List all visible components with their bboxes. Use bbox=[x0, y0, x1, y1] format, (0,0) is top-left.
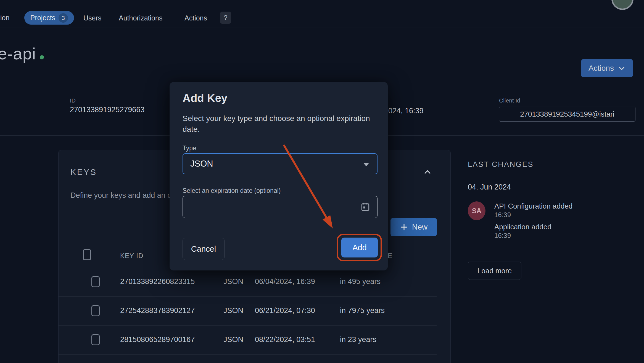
projects-count-badge: 3 bbox=[59, 13, 68, 23]
type-label: Type bbox=[183, 144, 196, 152]
new-key-label: New bbox=[412, 223, 427, 232]
row-checkbox[interactable] bbox=[91, 305, 100, 316]
top-nav: tion Projects 3 Users Authorizations Act… bbox=[0, 0, 644, 28]
keys-panel-title: KEYS bbox=[70, 167, 97, 177]
client-id-value: 270133891925345199@istari bbox=[520, 110, 614, 119]
cancel-button[interactable]: Cancel bbox=[183, 238, 225, 260]
cell-expires: in 7975 years bbox=[340, 306, 385, 315]
calendar-icon[interactable] bbox=[360, 202, 371, 212]
add-label: Add bbox=[352, 243, 367, 252]
row-checkbox[interactable] bbox=[91, 276, 100, 287]
status-dot bbox=[40, 55, 44, 59]
cell-expires: in 495 years bbox=[340, 277, 381, 286]
type-select-value: JSON bbox=[190, 159, 213, 169]
add-button[interactable]: Add bbox=[341, 238, 378, 257]
client-id-label: Client Id bbox=[499, 97, 520, 104]
keys-panel-subtitle: Define your keys and add an o bbox=[70, 191, 171, 200]
id-value: 270133891925279663 bbox=[70, 106, 144, 114]
expiration-column-header-fragment: E bbox=[388, 252, 392, 260]
cell-key-id: 281508065289700167 bbox=[120, 335, 195, 344]
modal-title: Add Key bbox=[183, 92, 227, 104]
created-date-fragment: 024, 16:39 bbox=[388, 107, 424, 115]
new-key-button[interactable]: New bbox=[390, 218, 437, 236]
nav-item-authorizations[interactable]: Authorizations bbox=[119, 14, 162, 22]
cell-created: 08/22/2024, 03:51 bbox=[255, 335, 315, 344]
table-row: 270133892260823315JSON06/04/2024, 16:39i… bbox=[59, 267, 437, 297]
expiration-date-label: Select an expiration date (optional) bbox=[183, 187, 281, 194]
row-checkbox[interactable] bbox=[91, 334, 100, 345]
app-root: tion Projects 3 Users Authorizations Act… bbox=[0, 0, 644, 363]
page-actions-label: Actions bbox=[588, 64, 614, 73]
load-more-button[interactable]: Load more bbox=[468, 262, 521, 280]
help-button[interactable]: ? bbox=[220, 12, 231, 24]
page-title: e-api bbox=[0, 44, 36, 63]
user-avatar[interactable] bbox=[611, 0, 634, 10]
nav-item-fragment[interactable]: tion bbox=[0, 14, 9, 22]
nav-item-projects[interactable]: Projects 3 bbox=[24, 11, 74, 25]
chevron-down-icon bbox=[618, 64, 625, 72]
page-actions-button[interactable]: Actions bbox=[581, 59, 633, 77]
modal-description: Select your key type and choose an optio… bbox=[183, 113, 376, 135]
table-row: 272542883783902127JSON06/21/2024, 07:30i… bbox=[59, 296, 437, 326]
collapse-chevron-up-icon[interactable] bbox=[422, 168, 433, 176]
change-entry-title: Application added bbox=[494, 223, 551, 231]
last-changes-title: LAST CHANGES bbox=[468, 160, 534, 169]
load-more-label: Load more bbox=[477, 267, 512, 275]
table-row: 281508065289700167JSON08/22/2024, 03:51i… bbox=[59, 325, 437, 355]
last-changes-date: 04. Jun 2024 bbox=[468, 183, 511, 191]
avatar: SA bbox=[468, 201, 485, 220]
type-select[interactable]: JSON bbox=[183, 153, 378, 174]
cell-created: 06/04/2024, 16:39 bbox=[255, 277, 315, 286]
select-all-checkbox[interactable] bbox=[83, 249, 91, 260]
cell-key-id: 272542883783902127 bbox=[120, 306, 195, 315]
key-id-column-header: KEY ID bbox=[120, 252, 143, 260]
nav-item-actions[interactable]: Actions bbox=[184, 14, 207, 22]
client-id-value-box[interactable]: 270133891925345199@istari bbox=[499, 107, 635, 122]
plus-icon bbox=[400, 223, 408, 231]
add-key-modal: Add Key Select your key type and choose … bbox=[170, 82, 388, 270]
select-caret-icon bbox=[363, 163, 369, 166]
cell-type: JSON bbox=[223, 306, 243, 315]
cell-key-id: 270133892260823315 bbox=[120, 277, 195, 286]
cell-type: JSON bbox=[223, 277, 243, 286]
id-label: ID bbox=[70, 97, 76, 104]
cell-type: JSON bbox=[223, 335, 243, 344]
nav-item-users[interactable]: Users bbox=[83, 14, 101, 22]
change-entry-time: 16:39 bbox=[494, 211, 511, 219]
expiration-date-input[interactable] bbox=[183, 196, 378, 218]
change-entry-title: API Configuration added bbox=[494, 202, 572, 211]
cell-expires: in 23 years bbox=[340, 335, 376, 344]
cell-created: 06/21/2024, 07:30 bbox=[255, 306, 315, 315]
nav-projects-label: Projects bbox=[30, 14, 55, 22]
change-entry-time: 16:39 bbox=[494, 232, 511, 240]
cancel-label: Cancel bbox=[191, 244, 216, 254]
